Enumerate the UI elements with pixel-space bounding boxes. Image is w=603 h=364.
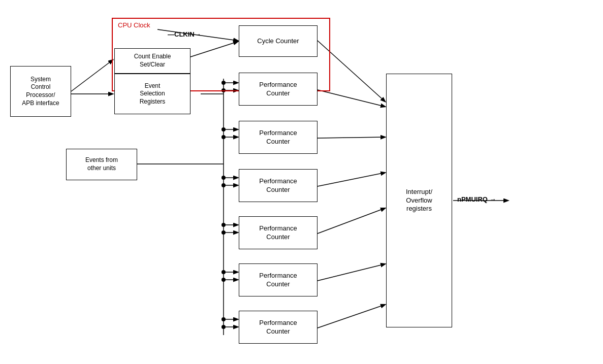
perf-counter-4: Performance Counter — [239, 216, 318, 249]
svg-point-22 — [221, 270, 226, 274]
system-control-box: System Control Processor/ APB interface — [10, 66, 71, 117]
svg-line-37 — [318, 305, 385, 328]
interrupt-overflow-box: Interrupt/ Overflow registers — [386, 74, 452, 327]
cycle-counter-box: Cycle Counter — [239, 25, 318, 57]
events-other-box: Events from other units — [66, 149, 137, 180]
svg-line-32 — [318, 90, 385, 107]
perf-counter-3: Performance Counter — [239, 169, 318, 202]
perf-counter-5: Performance Counter — [239, 263, 318, 296]
svg-point-10 — [221, 127, 226, 131]
svg-line-35 — [318, 208, 385, 234]
perf-counter-6: Performance Counter — [239, 311, 318, 344]
svg-point-26 — [221, 317, 226, 321]
svg-line-34 — [318, 173, 385, 186]
svg-line-36 — [318, 264, 385, 281]
diagram: CPU Clock —CLKIN→ System Control Process… — [0, 0, 603, 364]
svg-point-28 — [221, 325, 226, 329]
svg-point-18 — [221, 223, 226, 227]
npmuirq-label: nPMUIRQ → — [457, 195, 496, 203]
perf-counter-2: Performance Counter — [239, 121, 318, 154]
perf-counter-1: Performance Counter — [239, 73, 318, 106]
svg-point-14 — [221, 176, 226, 180]
clkin-label: —CLKIN→ — [168, 30, 201, 38]
event-selection-box: Event Selection Registers — [114, 74, 191, 114]
svg-line-0 — [71, 60, 113, 91]
svg-line-33 — [318, 137, 385, 138]
svg-point-20 — [221, 230, 226, 235]
count-enable-box: Count Enable Set/Clear — [114, 48, 191, 74]
svg-point-16 — [221, 183, 226, 187]
svg-point-12 — [221, 135, 226, 139]
cpu-clock-label: CPU Clock — [118, 21, 150, 29]
svg-point-24 — [221, 278, 226, 282]
